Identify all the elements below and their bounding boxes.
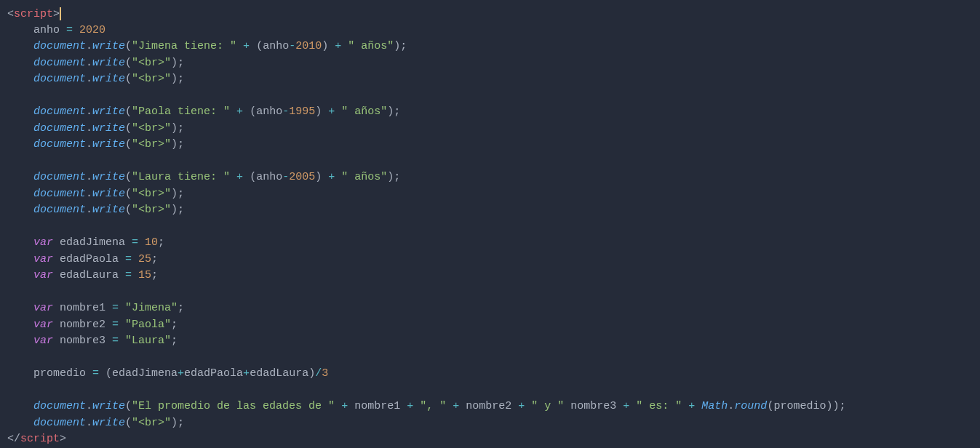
paren: ) [387, 171, 394, 183]
dot: . [86, 138, 92, 151]
code-line[interactable]: document.write("<br>"); [7, 202, 980, 219]
dot: . [86, 400, 92, 412]
code-line[interactable]: promedio = (edadJimena+edadPaola+edadLau… [7, 366, 980, 383]
code-line[interactable]: anho = 2020 [7, 23, 980, 39]
method: write [92, 171, 125, 183]
method: write [92, 57, 125, 69]
operator: / [315, 367, 322, 380]
space [53, 319, 60, 331]
operator: + [511, 400, 531, 412]
indent [7, 400, 33, 412]
object: Math [701, 400, 728, 412]
code-line[interactable]: var edadLaura = 15; [7, 268, 980, 284]
operator: + [230, 171, 250, 183]
identifier: promedio [33, 367, 86, 380]
string-literal: "El promedio de las edades de " [132, 400, 335, 412]
indent [7, 105, 33, 118]
method: write [92, 40, 125, 52]
semicolon: ; [171, 319, 178, 331]
method: write [92, 400, 125, 412]
code-line[interactable]: <script> [7, 6, 980, 23]
dot: . [86, 204, 92, 216]
paren: ( [256, 40, 263, 52]
operator: + [178, 367, 184, 380]
semicolon: ; [178, 73, 184, 85]
blank-line[interactable] [7, 350, 980, 367]
string-literal: "Paola" [125, 319, 171, 331]
dot: . [86, 417, 92, 429]
operator: = [119, 269, 138, 281]
object: document [33, 105, 86, 118]
indent [7, 188, 33, 200]
code-line[interactable]: document.write("<br>"); [7, 137, 980, 153]
indent [7, 417, 33, 429]
string-literal: "Laura tiene: " [132, 171, 230, 183]
method: write [92, 138, 125, 151]
semicolon: ; [178, 302, 184, 314]
number-literal: 25 [138, 253, 151, 265]
identifier: edadLaura [60, 269, 119, 281]
blank-line[interactable] [7, 88, 980, 105]
identifier: anho [263, 40, 289, 52]
string-literal: "<br>" [132, 204, 171, 216]
blank-line[interactable] [7, 153, 980, 170]
code-line[interactable]: var edadJimena = 10; [7, 235, 980, 252]
string-literal: "Laura" [125, 335, 171, 347]
space [53, 236, 60, 249]
blank-line[interactable] [7, 219, 980, 236]
dot: . [86, 122, 92, 135]
code-line[interactable]: document.write("Paola tiene: " + (anho-1… [7, 104, 980, 121]
method: write [92, 204, 125, 216]
operator: + [616, 400, 636, 412]
indent [7, 138, 33, 151]
string-literal: "Paola tiene: " [132, 105, 230, 118]
string-literal: "<br>" [132, 138, 171, 151]
paren: ) [394, 40, 400, 52]
identifier: promedio [773, 400, 826, 412]
code-line[interactable]: var edadPaola = 25; [7, 252, 980, 268]
string-literal: "<br>" [132, 73, 171, 85]
paren: ( [125, 400, 132, 412]
code-line[interactable]: var nombre1 = "Jimena"; [7, 300, 980, 317]
space [53, 335, 60, 347]
identifier: edadPaola [60, 253, 119, 265]
object: document [33, 188, 86, 200]
identifier: nombre1 [354, 400, 400, 412]
string-literal: " años" [341, 171, 387, 183]
semicolon: ; [178, 204, 184, 216]
code-line[interactable]: </script> [7, 431, 980, 448]
dot: . [86, 105, 92, 118]
code-editor[interactable]: <script> anho = 2020 document.write("Jim… [0, 0, 980, 448]
operator: + [243, 367, 250, 380]
code-line[interactable]: var nombre2 = "Paola"; [7, 317, 980, 334]
blank-line[interactable] [7, 284, 980, 301]
object: document [33, 57, 86, 69]
operator: + [322, 105, 341, 118]
paren: ( [125, 57, 132, 69]
operator: = [119, 253, 138, 265]
operator: + [335, 400, 354, 412]
indent [7, 171, 33, 183]
code-line[interactable]: document.write("<br>"); [7, 121, 980, 137]
code-line[interactable]: document.write("<br>"); [7, 71, 980, 88]
code-line[interactable]: var nombre3 = "Laura"; [7, 333, 980, 350]
paren: ( [125, 204, 132, 216]
indent [7, 73, 33, 85]
tag-bracket: </ [7, 433, 20, 445]
semicolon: ; [151, 269, 158, 281]
identifier: anho [33, 24, 60, 36]
paren: ( [125, 171, 132, 183]
paren: ( [125, 105, 132, 118]
semicolon: ; [151, 253, 158, 265]
dot: . [86, 73, 92, 85]
code-line[interactable]: document.write("El promedio de las edade… [7, 399, 980, 415]
code-line[interactable]: document.write("Jimena tiene: " + (anho-… [7, 39, 980, 55]
keyword: var [33, 269, 53, 281]
code-line[interactable]: document.write("<br>"); [7, 415, 980, 432]
code-line[interactable]: document.write("<br>"); [7, 186, 980, 203]
code-line[interactable]: document.write("Laura tiene: " + (anho-2… [7, 169, 980, 186]
paren: ) [171, 57, 178, 69]
identifier: edadPaola [184, 367, 243, 380]
blank-line[interactable] [7, 383, 980, 399]
code-line[interactable]: document.write("<br>"); [7, 55, 980, 72]
